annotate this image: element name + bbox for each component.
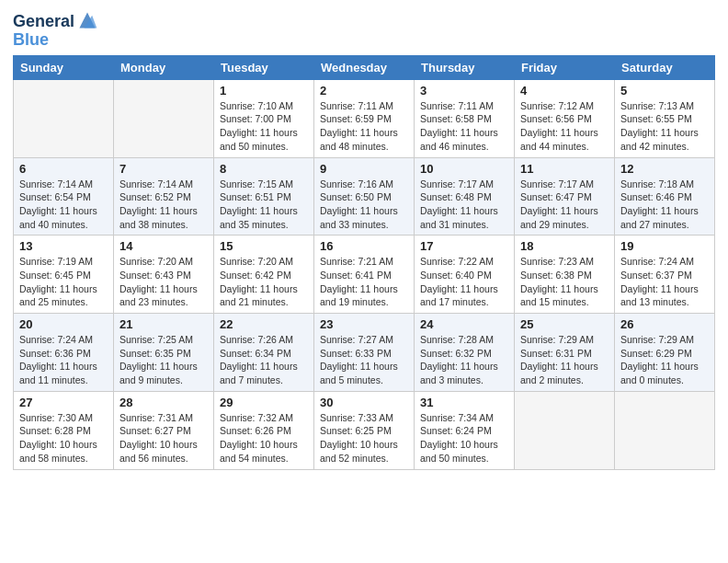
day-number: 14 (119, 239, 208, 253)
day-detail: Sunrise: 7:33 AMSunset: 6:25 PMDaylight:… (320, 411, 408, 465)
day-detail: Sunrise: 7:26 AMSunset: 6:34 PMDaylight:… (220, 333, 308, 387)
calendar-cell: 31Sunrise: 7:34 AMSunset: 6:24 PMDayligh… (415, 391, 515, 469)
day-detail: Sunrise: 7:29 AMSunset: 6:29 PMDaylight:… (620, 333, 709, 387)
col-header-thursday: Thursday (415, 55, 515, 79)
col-header-sunday: Sunday (14, 55, 114, 79)
col-header-saturday: Saturday (615, 55, 715, 79)
day-detail: Sunrise: 7:15 AMSunset: 6:51 PMDaylight:… (220, 178, 308, 232)
day-number: 31 (420, 396, 508, 409)
day-number: 5 (620, 84, 709, 98)
col-header-tuesday: Tuesday (214, 55, 314, 79)
calendar-week-row: 1Sunrise: 7:10 AMSunset: 7:00 PMDaylight… (14, 79, 715, 157)
calendar-cell: 27Sunrise: 7:30 AMSunset: 6:28 PMDayligh… (14, 391, 114, 469)
day-number: 4 (520, 84, 609, 98)
day-detail: Sunrise: 7:17 AMSunset: 6:47 PMDaylight:… (520, 178, 609, 232)
logo-text-line2: Blue (13, 31, 98, 50)
calendar-cell (14, 79, 114, 157)
day-detail: Sunrise: 7:24 AMSunset: 6:37 PMDaylight:… (620, 255, 709, 309)
calendar-cell: 26Sunrise: 7:29 AMSunset: 6:29 PMDayligh… (615, 314, 715, 392)
calendar-cell: 14Sunrise: 7:20 AMSunset: 6:43 PMDayligh… (114, 236, 214, 314)
calendar-cell: 5Sunrise: 7:13 AMSunset: 6:55 PMDaylight… (615, 79, 715, 157)
day-number: 19 (620, 239, 709, 253)
calendar-cell: 25Sunrise: 7:29 AMSunset: 6:31 PMDayligh… (515, 314, 615, 392)
calendar-cell: 29Sunrise: 7:32 AMSunset: 6:26 PMDayligh… (214, 391, 314, 469)
calendar-week-row: 13Sunrise: 7:19 AMSunset: 6:45 PMDayligh… (14, 236, 715, 314)
day-detail: Sunrise: 7:11 AMSunset: 6:59 PMDaylight:… (320, 99, 408, 154)
day-detail: Sunrise: 7:25 AMSunset: 6:35 PMDaylight:… (119, 333, 208, 387)
day-detail: Sunrise: 7:14 AMSunset: 6:54 PMDaylight:… (19, 178, 108, 232)
calendar-cell: 11Sunrise: 7:17 AMSunset: 6:47 PMDayligh… (515, 157, 615, 236)
day-number: 1 (220, 84, 308, 98)
col-header-friday: Friday (515, 55, 615, 79)
day-detail: Sunrise: 7:32 AMSunset: 6:26 PMDaylight:… (220, 411, 308, 465)
day-number: 2 (320, 84, 408, 98)
calendar-cell: 28Sunrise: 7:31 AMSunset: 6:27 PMDayligh… (114, 391, 214, 469)
col-header-monday: Monday (114, 55, 214, 79)
day-number: 17 (420, 239, 508, 253)
day-detail: Sunrise: 7:31 AMSunset: 6:27 PMDaylight:… (119, 411, 208, 465)
logo: General Blue (13, 13, 98, 50)
day-detail: Sunrise: 7:20 AMSunset: 6:43 PMDaylight:… (119, 255, 208, 309)
calendar-cell: 15Sunrise: 7:20 AMSunset: 6:42 PMDayligh… (214, 236, 314, 314)
day-number: 6 (19, 162, 108, 176)
day-number: 20 (19, 317, 108, 331)
calendar-cell: 7Sunrise: 7:14 AMSunset: 6:52 PMDaylight… (114, 157, 214, 236)
calendar-cell: 4Sunrise: 7:12 AMSunset: 6:56 PMDaylight… (515, 79, 615, 157)
day-number: 18 (520, 239, 609, 253)
calendar-cell: 17Sunrise: 7:22 AMSunset: 6:40 PMDayligh… (415, 236, 515, 314)
day-detail: Sunrise: 7:29 AMSunset: 6:31 PMDaylight:… (520, 333, 609, 387)
calendar-cell: 16Sunrise: 7:21 AMSunset: 6:41 PMDayligh… (314, 236, 415, 314)
day-detail: Sunrise: 7:21 AMSunset: 6:41 PMDaylight:… (320, 255, 408, 309)
day-detail: Sunrise: 7:19 AMSunset: 6:45 PMDaylight:… (19, 255, 108, 309)
calendar-week-row: 27Sunrise: 7:30 AMSunset: 6:28 PMDayligh… (14, 391, 715, 469)
logo-icon (76, 9, 98, 31)
day-detail: Sunrise: 7:20 AMSunset: 6:42 PMDaylight:… (220, 255, 308, 309)
day-number: 28 (119, 396, 208, 409)
day-number: 8 (220, 162, 308, 176)
day-number: 23 (320, 317, 408, 331)
day-number: 30 (320, 396, 408, 409)
calendar-cell: 1Sunrise: 7:10 AMSunset: 7:00 PMDaylight… (214, 79, 314, 157)
day-number: 13 (19, 239, 108, 253)
calendar-cell: 10Sunrise: 7:17 AMSunset: 6:48 PMDayligh… (415, 157, 515, 236)
day-detail: Sunrise: 7:23 AMSunset: 6:38 PMDaylight:… (520, 255, 609, 309)
day-number: 12 (620, 162, 709, 176)
day-detail: Sunrise: 7:12 AMSunset: 6:56 PMDaylight:… (520, 99, 609, 154)
day-detail: Sunrise: 7:30 AMSunset: 6:28 PMDaylight:… (19, 411, 108, 465)
day-detail: Sunrise: 7:28 AMSunset: 6:32 PMDaylight:… (420, 333, 508, 387)
day-number: 16 (320, 239, 408, 253)
col-header-wednesday: Wednesday (314, 55, 415, 79)
day-number: 10 (420, 162, 508, 176)
day-detail: Sunrise: 7:17 AMSunset: 6:48 PMDaylight:… (420, 178, 508, 232)
day-detail: Sunrise: 7:22 AMSunset: 6:40 PMDaylight:… (420, 255, 508, 309)
day-number: 7 (119, 162, 208, 176)
day-detail: Sunrise: 7:13 AMSunset: 6:55 PMDaylight:… (620, 99, 709, 154)
day-detail: Sunrise: 7:24 AMSunset: 6:36 PMDaylight:… (19, 333, 108, 387)
day-number: 29 (220, 396, 308, 409)
day-number: 15 (220, 239, 308, 253)
day-number: 24 (420, 317, 508, 331)
calendar-cell: 22Sunrise: 7:26 AMSunset: 6:34 PMDayligh… (214, 314, 314, 392)
calendar-cell (615, 391, 715, 469)
day-detail: Sunrise: 7:11 AMSunset: 6:58 PMDaylight:… (420, 99, 508, 154)
calendar-cell: 8Sunrise: 7:15 AMSunset: 6:51 PMDaylight… (214, 157, 314, 236)
day-detail: Sunrise: 7:18 AMSunset: 6:46 PMDaylight:… (620, 178, 709, 232)
day-detail: Sunrise: 7:27 AMSunset: 6:33 PMDaylight:… (320, 333, 408, 387)
day-number: 9 (320, 162, 408, 176)
calendar-cell: 3Sunrise: 7:11 AMSunset: 6:58 PMDaylight… (415, 79, 515, 157)
calendar-cell: 18Sunrise: 7:23 AMSunset: 6:38 PMDayligh… (515, 236, 615, 314)
day-number: 11 (520, 162, 609, 176)
day-number: 26 (620, 317, 709, 331)
day-number: 3 (420, 84, 508, 98)
day-number: 27 (19, 396, 108, 409)
day-number: 25 (520, 317, 609, 331)
page: General Blue SundayMondayTuesdayWednesda… (0, 0, 728, 483)
logo-text-line1: General (13, 13, 74, 31)
calendar-cell: 19Sunrise: 7:24 AMSunset: 6:37 PMDayligh… (615, 236, 715, 314)
calendar-cell (515, 391, 615, 469)
day-detail: Sunrise: 7:34 AMSunset: 6:24 PMDaylight:… (420, 411, 508, 465)
day-number: 21 (119, 317, 208, 331)
day-detail: Sunrise: 7:16 AMSunset: 6:50 PMDaylight:… (320, 178, 408, 232)
header: General Blue (13, 9, 715, 50)
calendar-table: SundayMondayTuesdayWednesdayThursdayFrid… (13, 55, 715, 470)
